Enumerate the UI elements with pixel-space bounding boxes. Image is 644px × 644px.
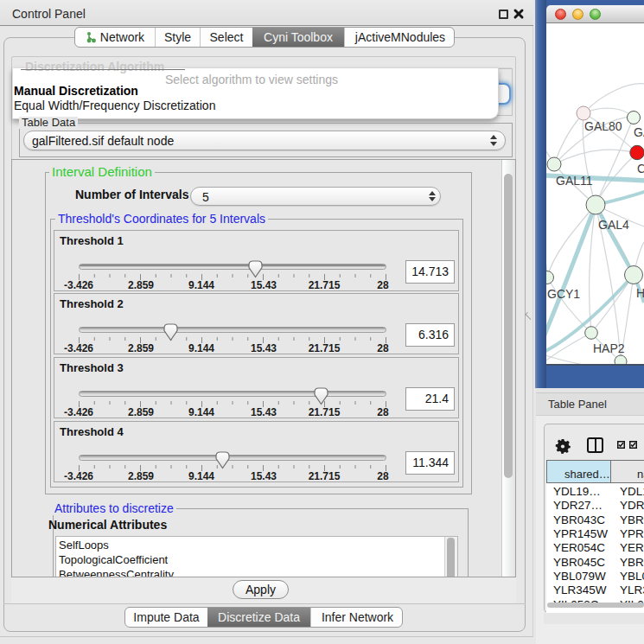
svg-text:GAL11: GAL11 bbox=[556, 174, 593, 188]
svg-text:GAL4: GAL4 bbox=[598, 218, 629, 232]
svg-text:GCY1: GCY1 bbox=[547, 287, 580, 301]
svg-text:HO: HO bbox=[636, 286, 644, 300]
svg-text:HAP2: HAP2 bbox=[593, 341, 625, 355]
svg-text:GAL80: GAL80 bbox=[584, 119, 622, 133]
svg-text:GA: GA bbox=[634, 125, 644, 139]
svg-text:CY: CY bbox=[637, 162, 644, 175]
